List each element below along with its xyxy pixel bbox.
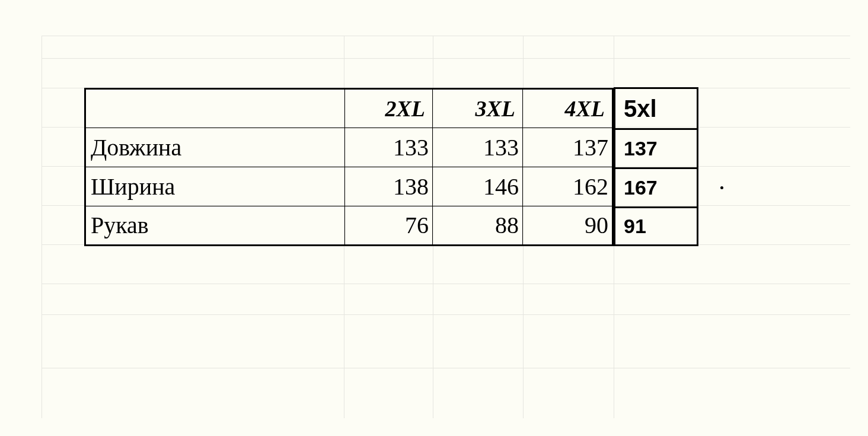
table-row: Ширина 138 146 162 (85, 167, 613, 206)
cell-sleeve-5xl: 91 (615, 208, 698, 246)
size-header-2xl: 2XL (345, 89, 433, 128)
table-row: Рукав 76 88 90 (85, 206, 613, 246)
main-table: 2XL 3XL 4XL Довжина 133 133 137 Ширина 1… (84, 88, 614, 246)
cell-sleeve-2xl: 76 (345, 206, 433, 246)
cell-sleeve-4xl: 90 (523, 206, 613, 246)
stray-dot (720, 186, 723, 189)
header-row: 5xl (615, 88, 698, 129)
table-row: 167 (615, 168, 698, 208)
cell-width-3xl: 146 (433, 167, 523, 206)
table-row: 91 (615, 208, 698, 246)
row-label-sleeve: Рукав (85, 206, 345, 246)
cell-width-4xl: 162 (523, 167, 613, 206)
size-table: 2XL 3XL 4XL Довжина 133 133 137 Ширина 1… (84, 88, 698, 246)
row-label-length: Довжина (85, 128, 345, 167)
table-row: 137 (615, 129, 698, 168)
cell-length-2xl: 133 (345, 128, 433, 167)
size-header-3xl: 3XL (433, 89, 523, 128)
row-label-width: Ширина (85, 167, 345, 206)
cell-length-4xl: 137 (523, 128, 613, 167)
extra-column-5xl: 5xl 137 167 91 (614, 87, 698, 246)
size-header-4xl: 4XL (523, 89, 613, 128)
cell-length-5xl: 137 (615, 129, 698, 168)
cell-length-3xl: 133 (433, 128, 523, 167)
cell-sleeve-3xl: 88 (433, 206, 523, 246)
table-row: Довжина 133 133 137 (85, 128, 613, 167)
blank-header-cell (85, 89, 345, 128)
cell-width-5xl: 167 (615, 168, 698, 208)
size-header-5xl: 5xl (615, 88, 698, 129)
header-row: 2XL 3XL 4XL (85, 89, 613, 128)
cell-width-2xl: 138 (345, 167, 433, 206)
